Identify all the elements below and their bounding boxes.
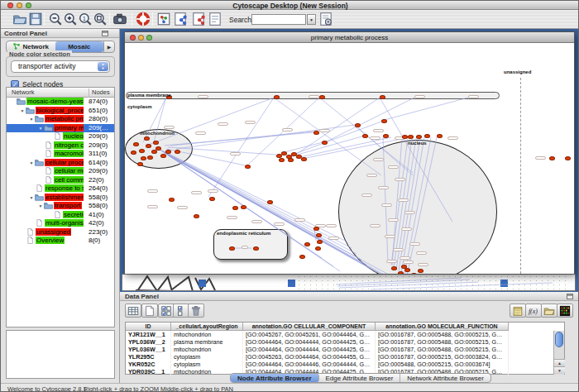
scrollbar-thumb[interactable] <box>555 332 563 347</box>
help-icon[interactable] <box>136 12 151 26</box>
function-icon[interactable]: f(x) <box>525 304 542 318</box>
graph-node[interactable] <box>274 95 280 99</box>
node-color-select[interactable]: transporter activity ▲▼ <box>11 60 110 73</box>
graph-node[interactable] <box>398 271 404 274</box>
birdseye-view[interactable] <box>6 330 115 379</box>
graph-node[interactable] <box>301 157 307 161</box>
scroll-down-button[interactable]: ▼ <box>554 366 565 374</box>
table-row[interactable]: YKR052Ccytoplasm[GO:0044464, GO:0044446,… <box>126 361 509 368</box>
graph-node[interactable] <box>131 151 136 155</box>
tree-row-nucleobase-[interactable]: nucleobase-209(0) <box>7 132 114 141</box>
tree-row-response-to-stimulu[interactable]: response to stimulu264(0) <box>7 184 114 194</box>
graph-node[interactable] <box>383 134 389 138</box>
graph-node[interactable] <box>209 197 215 201</box>
graph-node[interactable] <box>144 136 150 141</box>
tree-row-cell-communicat[interactable]: cell communicat22(0) <box>7 176 114 185</box>
tree-row-metabolic-process[interactable]: ▼metabolic process280(0) <box>7 115 114 124</box>
graph-node[interactable] <box>169 198 175 202</box>
tab-network-attribute-browser[interactable]: Network Attribute Browser <box>400 374 490 382</box>
graph-node[interactable] <box>245 165 251 169</box>
tree-row-unassigned[interactable]: unassigned223(0) <box>7 228 114 237</box>
tree-row-macromolecule[interactable]: macromolecule311(0) <box>7 150 114 159</box>
unselect-attributes-icon[interactable] <box>173 304 189 318</box>
tree-row-transport[interactable]: ▼transport558(0) <box>7 202 114 211</box>
graph-node[interactable] <box>146 144 151 148</box>
tree-row-secretion[interactable]: secretion41(0) <box>7 211 114 220</box>
graph-node[interactable] <box>391 266 397 270</box>
doc-settings-icon[interactable] <box>318 12 333 26</box>
table-row[interactable]: YLR295Ccytoplasm[GO:0045263, GO:0044464,… <box>126 353 509 361</box>
delete-icon[interactable] <box>188 304 204 318</box>
new-document-icon[interactable] <box>141 304 158 318</box>
vizmapper-icon[interactable] <box>156 12 171 26</box>
graph-node[interactable] <box>267 200 273 204</box>
graph-node[interactable] <box>194 214 199 218</box>
heatmap-icon[interactable] <box>557 304 573 318</box>
network-overlay-blue-icon[interactable] <box>173 12 188 26</box>
search-input[interactable] <box>251 14 306 25</box>
graph-node[interactable] <box>381 119 387 123</box>
graph-node[interactable] <box>133 142 139 146</box>
tree-row-cellular-metabol[interactable]: cellular metabol209(0) <box>7 167 114 176</box>
graph-node[interactable] <box>299 255 305 259</box>
graph-node[interactable] <box>165 150 171 154</box>
table-row[interactable]: YJR121W__1mitochondrion[GO:0045267, GO:0… <box>126 331 509 338</box>
graph-node[interactable] <box>139 149 145 153</box>
tree-row-overview[interactable]: Overview8(0) <box>7 237 114 246</box>
graph-node[interactable] <box>401 265 407 269</box>
graph-node[interactable] <box>355 123 361 127</box>
graph-node[interactable] <box>313 131 319 135</box>
graph-node[interactable] <box>418 269 423 273</box>
tree-row-primary-metabo[interactable]: ▼primary metabo209(… <box>7 124 114 133</box>
tab-edge-attribute-browser[interactable]: Edge Attribute Browser <box>319 374 401 382</box>
table-scrollbar[interactable]: ▲ ▼ <box>553 331 564 375</box>
float-panel-icon[interactable] <box>102 31 108 36</box>
network-tree-header[interactable]: Network Nodes <box>7 88 114 98</box>
graph-node[interactable] <box>141 156 146 160</box>
table-icon[interactable] <box>125 304 141 318</box>
annotation-icon[interactable] <box>208 12 223 26</box>
graph-node[interactable] <box>416 135 422 139</box>
graph-node[interactable] <box>151 150 157 154</box>
graph-node[interactable] <box>404 268 410 272</box>
graph-node[interactable] <box>402 135 408 139</box>
graph-node[interactable] <box>253 246 259 251</box>
zoom-selected-icon[interactable] <box>93 12 108 26</box>
tree-row-cellular-process[interactable]: ▼cellular process614(0) <box>7 159 114 168</box>
zoom-out-icon[interactable] <box>48 12 63 26</box>
graph-node[interactable] <box>411 273 417 274</box>
expand-arrow-icon[interactable]: ▼ <box>28 159 35 168</box>
expand-arrow-icon[interactable]: ▼ <box>37 202 44 211</box>
tree-row-mosaic-demo-yeast[interactable]: mosaic-demo-yeast874(0) <box>7 98 114 107</box>
graph-node[interactable] <box>362 134 368 138</box>
tree-row-nitrogen-compo[interactable]: nitrogen compo209(0) <box>7 141 114 151</box>
save-icon[interactable] <box>28 12 43 26</box>
column-header-3[interactable]: annotation.GO MOLECULAR_FUNCTION <box>376 323 509 331</box>
graph-node[interactable] <box>137 162 143 166</box>
tree-row-multi-organism-pro[interactable]: multi-organism pro42(0) <box>7 219 114 228</box>
graph-node[interactable] <box>153 141 159 145</box>
graph-node[interactable] <box>288 158 294 162</box>
graph-node[interactable] <box>317 240 323 244</box>
expand-arrow-icon[interactable]: ▼ <box>28 115 35 124</box>
graph-node[interactable] <box>565 156 571 160</box>
tab-overflow-arrow[interactable]: ▶ <box>103 41 114 52</box>
graph-node[interactable] <box>313 227 319 231</box>
graph-node[interactable] <box>232 206 238 210</box>
network-canvas[interactable]: plasma membranecytoplasmmitochondrionnuc… <box>125 43 574 274</box>
graph-node[interactable] <box>229 246 235 251</box>
graph-node[interactable] <box>175 150 180 154</box>
expand-arrow-icon[interactable]: ▼ <box>28 194 35 203</box>
tab-node-attribute-browser[interactable]: Node Attribute Browser <box>231 374 319 382</box>
notepad-icon[interactable] <box>510 304 526 318</box>
zoom-fit-icon[interactable]: 1 <box>78 12 93 26</box>
graph-node[interactable] <box>424 134 430 138</box>
graph-node[interactable] <box>279 158 285 162</box>
graph-node[interactable] <box>156 146 161 151</box>
open-icon[interactable] <box>12 12 27 26</box>
network-window-titlebar[interactable]: primary metabolic process <box>125 32 574 43</box>
background-network-window[interactable] <box>122 274 576 291</box>
table-row[interactable]: YPL036W__1mitochondrion[GO:0044464, GO:0… <box>126 346 509 353</box>
tree-row-biological-process[interactable]: ▼biological_process651(0) <box>7 107 114 116</box>
select-attributes-icon[interactable] <box>158 304 175 318</box>
